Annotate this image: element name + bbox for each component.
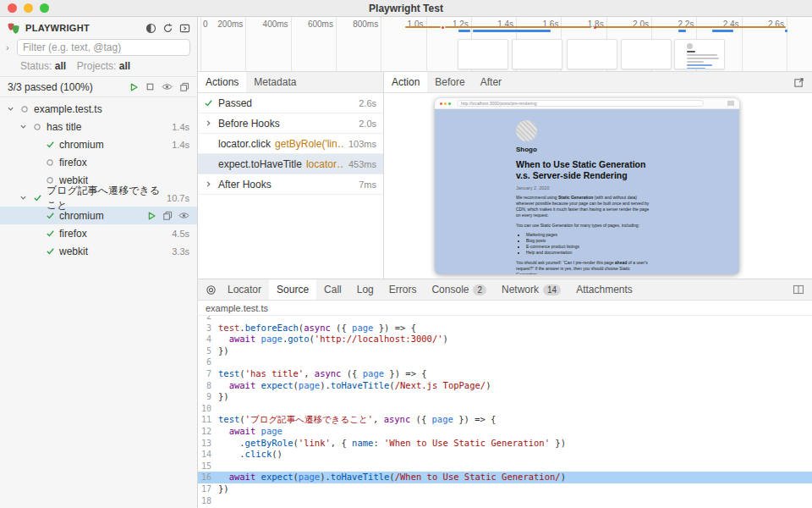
timeline-screenshot-thumbnail[interactable] xyxy=(621,39,672,69)
code-line: 18 xyxy=(198,495,812,507)
code-line: 7test('has title', async ({ page }) => { xyxy=(198,368,812,380)
tree-item-webkit[interactable]: webkit3.3s xyxy=(0,242,197,260)
tree-item-label: firefox xyxy=(59,228,87,240)
code-line-highlighted: 16 await expect(page).toHaveTitle(/When … xyxy=(198,472,812,483)
eye-icon[interactable] xyxy=(162,82,173,91)
chevron-down-icon[interactable] xyxy=(5,105,15,113)
timeline-tick-label: 600ms xyxy=(288,19,333,29)
panel-icon[interactable] xyxy=(179,23,190,34)
tab-console[interactable]: Console2 xyxy=(424,279,494,300)
action-row-passed[interactable]: Passed2.6s xyxy=(198,93,383,113)
tab-before[interactable]: Before xyxy=(427,72,472,92)
copy-icon[interactable] xyxy=(179,82,189,92)
titlebar: Playwright Test xyxy=(0,0,812,17)
code-line: 4 await page.goto('http://localhost:3000… xyxy=(198,334,812,345)
tree-item-example-test-ts[interactable]: example.test.ts xyxy=(0,100,197,118)
tab-attachments[interactable]: Attachments xyxy=(568,279,640,300)
main-area: 0200ms400ms600ms800ms1.0s1.2s1.4s1.6s1.8… xyxy=(198,17,812,508)
timeline-screenshot-thumbnail[interactable] xyxy=(512,39,562,69)
tree-item-has-title[interactable]: has title1.4s xyxy=(0,118,197,135)
code-line: 5}) xyxy=(198,345,812,357)
snapshot-zoom-icon xyxy=(448,102,451,105)
passed-check-icon xyxy=(32,193,42,202)
close-window-button[interactable] xyxy=(8,3,17,13)
action-locator: locator… xyxy=(306,158,344,170)
tab-label: Actions xyxy=(206,76,239,88)
tab-locator[interactable]: Locator xyxy=(220,279,269,300)
tab-actions[interactable]: Actions xyxy=(198,72,246,92)
snapshot-page-body: Shogo When to Use Static Generation v.s.… xyxy=(435,109,739,274)
projects-value[interactable]: all xyxy=(119,60,130,72)
eye-icon[interactable] xyxy=(178,211,189,220)
action-row-before-hooks[interactable]: Before Hooks2.0s xyxy=(198,113,383,134)
snapshot-content: http://localhost:3000/posts/pre-renderin… xyxy=(384,93,812,279)
tab-errors[interactable]: Errors xyxy=(381,279,425,300)
tab-source[interactable]: Source xyxy=(269,279,316,300)
run-summary: 3/3 passed (100%) xyxy=(8,81,93,93)
post-bullet: Marketing pages xyxy=(526,232,653,238)
actions-list: Passed2.6sBefore Hooks2.0slocator.clickg… xyxy=(198,93,383,279)
minimize-window-button[interactable] xyxy=(24,3,33,13)
play-icon[interactable] xyxy=(146,211,156,221)
source-icon[interactable] xyxy=(162,211,173,221)
stop-icon[interactable] xyxy=(145,82,155,91)
tree-item-chromium[interactable]: chromium xyxy=(0,207,197,224)
line-number: 10 xyxy=(198,403,218,415)
timeline-screenshot-thumbnail[interactable] xyxy=(458,39,508,69)
tab-metadata[interactable]: Metadata xyxy=(246,72,304,92)
line-number: 6 xyxy=(198,356,218,368)
action-duration: 2.0s xyxy=(359,119,376,129)
play-icon[interactable] xyxy=(129,82,139,92)
columns-icon[interactable] xyxy=(793,284,804,295)
target-icon[interactable] xyxy=(206,284,217,295)
post-paragraph-2: You can use Static Generation for many t… xyxy=(516,223,653,229)
code-line: 13 .getByRole('link', { name: 'When to U… xyxy=(198,438,812,450)
app-brand: PLAYWRIGHT xyxy=(25,23,90,33)
tab-label: Before xyxy=(435,76,464,88)
action-row-after-hooks[interactable]: After Hooks7ms xyxy=(198,174,383,195)
chevron-right-icon[interactable]: › xyxy=(6,42,13,52)
tree-item--[interactable]: ブログ記事へ遷移できること10.7s xyxy=(0,189,197,207)
tab-log[interactable]: Log xyxy=(349,279,381,300)
line-number: 18 xyxy=(198,495,218,507)
source-file-bar: example.test.ts xyxy=(198,301,812,316)
snapshot-minimize-icon xyxy=(444,102,447,105)
post-bullet: E-commerce product listings xyxy=(526,244,653,250)
code-text: test('ブログ記事へ遷移できること', async ({ page }) =… xyxy=(218,414,496,426)
tab-label: After xyxy=(480,76,502,88)
tab-action[interactable]: Action xyxy=(384,72,427,92)
chevron-down-icon[interactable] xyxy=(18,194,28,202)
action-row-expect-tohavetitle[interactable]: expect.toHaveTitlelocator…453ms xyxy=(198,154,383,174)
tab-network[interactable]: Network14 xyxy=(494,279,568,300)
status-value[interactable]: all xyxy=(55,60,66,72)
popout-icon[interactable] xyxy=(793,77,804,88)
sidebar-header: PLAYWRIGHT xyxy=(0,17,197,37)
timeline-event-dot xyxy=(594,26,596,29)
tree-item-chromium[interactable]: chromium1.4s xyxy=(0,135,197,153)
tree-item-firefox[interactable]: firefox xyxy=(0,153,197,171)
action-row-locator-click[interactable]: locator.clickgetByRole('lin…103ms xyxy=(198,134,383,154)
chevron-down-icon[interactable] xyxy=(18,123,28,130)
source-code[interactable]: 23test.beforeEach(async ({ page }) => {4… xyxy=(198,316,812,508)
chevron-right-icon[interactable] xyxy=(203,180,214,188)
tab-label: Attachments xyxy=(576,284,633,295)
tab-label: Action xyxy=(392,76,420,88)
line-number: 4 xyxy=(198,334,218,345)
code-text: }) xyxy=(218,391,229,403)
passed-check-icon xyxy=(45,140,55,149)
timeline-screenshot-thumbnail[interactable] xyxy=(674,39,725,69)
details-tabbar: LocatorSourceCallLogErrorsConsole2Networ… xyxy=(198,279,812,301)
zoom-window-button[interactable] xyxy=(40,3,49,13)
chevron-right-icon[interactable] xyxy=(203,119,214,127)
tree-item-actions xyxy=(146,211,189,221)
tree-item-firefox[interactable]: firefox4.5s xyxy=(0,224,197,242)
tab-after[interactable]: After xyxy=(473,72,509,92)
passed-check-icon xyxy=(45,229,55,238)
contrast-icon[interactable] xyxy=(145,23,156,34)
filter-input[interactable] xyxy=(17,39,190,56)
tab-call[interactable]: Call xyxy=(316,279,349,300)
timeline-screenshot-thumbnail[interactable] xyxy=(567,39,617,69)
reload-icon[interactable] xyxy=(162,23,173,34)
line-number: 16 xyxy=(198,472,218,483)
timeline[interactable]: 0200ms400ms600ms800ms1.0s1.2s1.4s1.6s1.8… xyxy=(198,17,812,72)
